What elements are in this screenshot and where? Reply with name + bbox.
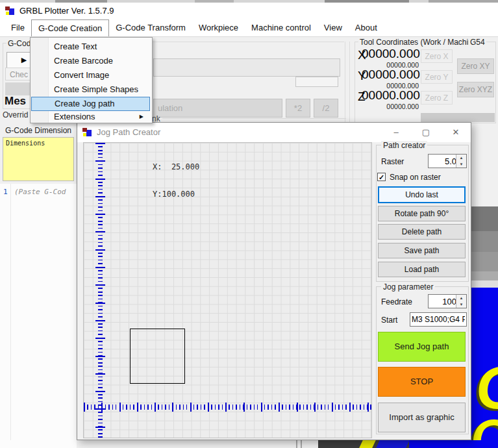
- tool-coordinates-label: Tool Coordinates (Work / Machine): [358, 38, 481, 47]
- y-work-value: 00000.000: [362, 68, 419, 82]
- start-field: [410, 312, 467, 327]
- menu-item-create-text[interactable]: Create Text: [31, 40, 150, 54]
- raster-label: Raster: [381, 157, 404, 166]
- start-label: Start: [381, 316, 397, 325]
- send-jog-path-button[interactable]: Send Jog path: [378, 332, 466, 362]
- jog-parameter-label: Jog parameter: [381, 282, 435, 292]
- gcode-creation-dropdown: Create Text Create Barcode Convert Image…: [30, 37, 153, 123]
- graphics-band-1: [469, 206, 498, 231]
- message-heading: Mes: [5, 95, 26, 108]
- stop-button[interactable]: STOP: [378, 367, 466, 397]
- menu-item-create-jog-path[interactable]: Create Jog path: [31, 97, 150, 111]
- feedrate-spin-arrows: ▲ ▼: [456, 295, 466, 308]
- raster-spin-arrows: ▲ ▼: [456, 155, 466, 168]
- path-creator-label: Path creator: [381, 141, 427, 150]
- save-path-button[interactable]: Save path: [378, 243, 466, 258]
- zero-xy-button[interactable]: Zero XY: [457, 58, 494, 74]
- dialog-close-button[interactable]: ✕: [441, 123, 471, 142]
- jog-path-creator-dialog: Jog Path Creator – ▢ ✕ X: 25.000 Y:100.0…: [77, 122, 471, 440]
- main-titlebar[interactable]: GRBL Plotter Ver. 1.5.7.9: [0, 3, 498, 19]
- play-icon: ▶: [21, 56, 27, 64]
- window-title: GRBL Plotter Ver. 1.5.7.9: [19, 3, 114, 19]
- readout-x: X: 25.000: [153, 162, 199, 171]
- readout-y: Y:100.000: [153, 190, 199, 199]
- dimension-group-label: G-Code Dimension: [5, 126, 71, 135]
- times2-button[interactable]: *2: [286, 99, 310, 118]
- submenu-arrow-icon: ▶: [140, 111, 143, 123]
- coord-system-label: G54: [469, 38, 486, 47]
- graphics-band-4: [469, 271, 498, 280]
- menu-machine-control[interactable]: Machine control: [245, 19, 317, 36]
- minimize-icon: –: [393, 127, 398, 137]
- graphics-band-2: [469, 231, 498, 252]
- delete-path-button[interactable]: Delete path: [378, 224, 466, 240]
- feedrate-label: Feedrate: [381, 297, 412, 306]
- z-work-value: 00000.000: [362, 88, 419, 103]
- undo-last-button[interactable]: Undo last: [378, 186, 466, 203]
- progress-bar-disabled: [153, 58, 340, 77]
- import-as-graphic-button[interactable]: Import as graphic: [378, 403, 466, 432]
- x-ruler-minor-ticks: [84, 404, 371, 410]
- feedrate-input[interactable]: [429, 295, 458, 308]
- graphics-band-3: [469, 252, 498, 271]
- menu-item-create-barcode[interactable]: Create Barcode: [31, 54, 150, 68]
- middle-group-line: [151, 42, 344, 42]
- panel-divider-1: [345, 42, 345, 122]
- grbl-plotter-app: GRBL Plotter Ver. 1.5.7.9 File G-Code Cr…: [0, 0, 498, 448]
- dimensions-text: Dimensions: [6, 140, 45, 147]
- spin-down-icon[interactable]: ▼: [456, 301, 466, 308]
- panel-divider-2: [349, 42, 350, 122]
- menu-about[interactable]: About: [349, 19, 384, 36]
- dialog-maximize-button[interactable]: ▢: [411, 123, 441, 142]
- graphics-band-5: [469, 280, 498, 288]
- feedrate-spinner: ▲ ▼: [428, 294, 467, 308]
- snap-on-raster-checkbox[interactable]: ✓: [377, 173, 386, 181]
- maximize-icon: ▢: [422, 127, 430, 137]
- bottom-edge-strip: [0, 440, 498, 448]
- editor-line-number: 1: [3, 188, 8, 196]
- menubar: File G-Code Creation G-Code Transform Wo…: [0, 19, 498, 37]
- small-value-box: [295, 77, 338, 87]
- dialog-titlebar[interactable]: Jog Path Creator – ▢ ✕: [77, 123, 471, 142]
- menu-gcode-transform[interactable]: G-Code Transform: [109, 19, 192, 36]
- blank-group-line: [162, 118, 346, 119]
- cursor-coordinate-readout: X: 25.000 Y:100.000: [153, 144, 199, 217]
- check-icon: ✓: [379, 173, 384, 181]
- extensions-label: Extensions: [54, 112, 95, 121]
- zero-x-button[interactable]: Zero X: [421, 49, 453, 63]
- menu-item-extensions[interactable]: Extensions ▶: [31, 111, 150, 123]
- rotate-path-button[interactable]: Rotate path 90°: [378, 206, 466, 221]
- dialog-icon: [82, 127, 92, 137]
- simulation-button[interactable]: ulation: [153, 99, 282, 118]
- raster-input[interactable]: [429, 155, 458, 168]
- dialog-minimize-button[interactable]: –: [381, 123, 411, 142]
- zero-y-button[interactable]: Zero Y: [421, 70, 453, 84]
- editor-gutter: [10, 184, 11, 448]
- editor-placeholder-text: (Paste G-Cod: [14, 188, 66, 196]
- raster-spinner: ▲ ▼: [428, 154, 467, 168]
- graphics-logo-area: G O: [469, 288, 498, 448]
- menu-item-convert-image[interactable]: Convert Image: [31, 68, 150, 82]
- close-icon: ✕: [453, 127, 460, 137]
- dimensions-box: Dimensions: [3, 137, 74, 181]
- x-work-value: 00000.000: [362, 47, 419, 61]
- menu-workpiece[interactable]: Workpiece: [192, 19, 245, 36]
- check-button[interactable]: Chec: [5, 68, 31, 81]
- gcode-editor[interactable]: 1 (Paste G-Cod: [0, 184, 77, 448]
- load-path-button[interactable]: Load path: [378, 262, 466, 277]
- z-machine-value: 00000.000: [363, 103, 419, 110]
- override-group-label: Overrid: [3, 110, 28, 119]
- jog-path-canvas[interactable]: X: 25.000 Y:100.000: [83, 142, 372, 438]
- zero-xyz-button[interactable]: Zero XYZ: [457, 82, 494, 97]
- menu-item-create-simple-shapes[interactable]: Create Simple Shapes: [31, 82, 150, 97]
- menu-gcode-creation[interactable]: G-Code Creation: [31, 19, 109, 36]
- menu-file[interactable]: File: [5, 19, 31, 36]
- zero-z-button[interactable]: Zero Z: [421, 91, 453, 105]
- snap-on-raster-label: Snap on raster: [390, 173, 441, 182]
- div2-button[interactable]: /2: [314, 99, 338, 118]
- spin-down-icon[interactable]: ▼: [456, 161, 466, 168]
- app-icon: [5, 6, 15, 16]
- coords-gray-band: [421, 113, 495, 122]
- start-input[interactable]: [410, 313, 466, 326]
- menu-view[interactable]: View: [317, 19, 349, 36]
